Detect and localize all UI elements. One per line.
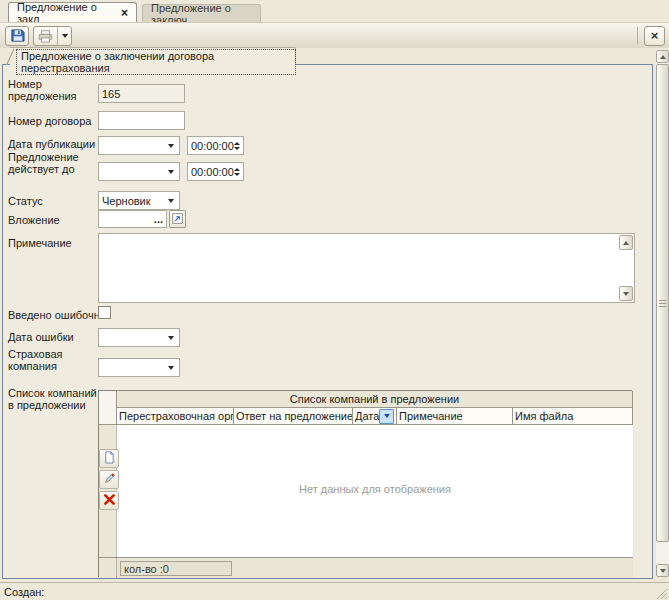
edit-pencil-icon [103, 472, 116, 487]
page-tab[interactable]: Предложение о заключении договора перест… [10, 47, 296, 65]
close-view-button[interactable]: × [644, 26, 665, 46]
print-split-button[interactable] [33, 26, 72, 46]
insurance-company-label: Страховая компания [8, 348, 78, 372]
companies-grid-label: Список компаний в предложении [8, 387, 103, 411]
edit-row-button[interactable] [99, 470, 119, 489]
grid-indicator-header-cell [99, 391, 117, 425]
spinner-down-icon[interactable] [234, 147, 240, 150]
column-header-note[interactable]: Примечание [397, 408, 513, 425]
column-header-date-label: Дата [355, 410, 379, 422]
note-scroll-down-button[interactable] [619, 286, 633, 301]
vertical-scrollbar[interactable] [656, 50, 669, 577]
valid-until-label: Предложение действует до [8, 151, 96, 175]
scrollbar-up-button[interactable] [656, 50, 669, 63]
print-menu-arrow[interactable] [57, 27, 71, 45]
status-combo[interactable]: Черновик [98, 191, 180, 210]
add-row-button[interactable] [99, 449, 119, 468]
contract-number-field[interactable] [98, 111, 185, 130]
spinner-down-icon[interactable] [234, 173, 240, 176]
chevron-down-icon[interactable] [168, 199, 174, 203]
page-tab-label: Предложение о заключении договора перест… [17, 50, 295, 74]
scroll-up-icon [623, 241, 629, 245]
delete-cross-icon [103, 493, 116, 508]
entered-in-error-label: Введено ошибочно [8, 309, 106, 321]
toolbar: × [0, 22, 669, 48]
companies-grid: Список компаний в предложении Перестрахо… [98, 390, 632, 577]
chevron-down-icon[interactable] [168, 170, 174, 174]
doc-tab-inactive[interactable]: Предложение о заключ [142, 4, 261, 22]
resize-grip-icon[interactable] [655, 587, 667, 600]
row-count-box: кол-во :0 [120, 561, 232, 576]
spinner-up-icon[interactable] [234, 142, 240, 145]
publication-date-combo[interactable] [98, 136, 180, 155]
insurance-company-combo[interactable] [98, 358, 180, 377]
scroll-down-icon [660, 569, 666, 573]
browse-ellipsis-button[interactable]: ... [154, 216, 163, 222]
grid-footer: кол-во :0 [99, 557, 633, 578]
status-text: Создан: [4, 586, 44, 598]
publication-date-label: Дата публикации [8, 138, 95, 150]
error-date-label: Дата ошибки [8, 331, 74, 343]
close-icon: × [651, 31, 659, 41]
save-icon [10, 28, 25, 45]
status-bar: Создан: [0, 582, 669, 600]
note-label: Примечание [8, 237, 72, 249]
scroll-down-icon [623, 292, 629, 296]
doc-tab-active[interactable]: Предложение о закл × [8, 2, 137, 22]
doc-tab-label: Предложение о закл [17, 1, 114, 25]
application-window: Предложение о закл × Предложение о заклю… [0, 0, 669, 600]
attachment-open-button[interactable] [169, 210, 186, 228]
attachment-label: Вложение [8, 214, 60, 226]
chevron-down-icon[interactable] [168, 366, 174, 370]
chevron-down-icon [62, 34, 68, 38]
note-textarea[interactable] [98, 233, 635, 303]
new-document-icon [103, 451, 115, 466]
spinner-up-icon[interactable] [234, 168, 240, 171]
note-scroll-up-button[interactable] [619, 235, 633, 250]
thumb-grip-icon [659, 300, 666, 307]
status-label: Статус [8, 195, 43, 207]
proposal-number-field[interactable]: 165 [98, 84, 185, 103]
open-attachment-icon [172, 213, 183, 226]
filter-arrow-icon [384, 414, 390, 418]
valid-until-time-value: 00:00:00 [191, 166, 234, 178]
document-tab-bar: Предложение о закл × Предложение о заклю… [0, 0, 669, 22]
proposal-number-value: 165 [102, 88, 120, 100]
grid-empty-text: Нет данных для отображения [117, 483, 633, 495]
valid-until-combo[interactable] [98, 162, 180, 181]
date-filter-button[interactable] [379, 409, 394, 424]
chevron-down-icon[interactable] [168, 144, 174, 148]
save-button[interactable] [5, 26, 29, 46]
footer-indicator-cell [99, 558, 117, 578]
proposal-number-label: Номер предложения [8, 78, 96, 102]
column-header-filename[interactable]: Имя файла [513, 408, 633, 425]
status-value: Черновик [102, 195, 151, 207]
column-header-reinsurer[interactable]: Перестраховочная орган [117, 408, 234, 425]
entered-in-error-checkbox[interactable] [98, 306, 111, 319]
column-header-date[interactable]: Дата [353, 408, 397, 425]
scroll-up-icon [660, 55, 666, 59]
scrollbar-thumb[interactable] [656, 64, 669, 542]
attachment-field[interactable]: ... [98, 210, 167, 228]
column-header-response[interactable]: Ответ на предложение [234, 408, 353, 425]
error-date-combo[interactable] [98, 328, 180, 347]
delete-row-button[interactable] [99, 491, 119, 510]
publication-time-spinner[interactable]: 00:00:00 [187, 136, 244, 155]
contract-number-label: Номер договора [8, 115, 91, 127]
publication-time-value: 00:00:00 [191, 140, 234, 152]
time-spinner-buttons[interactable] [234, 168, 240, 176]
print-icon[interactable] [34, 30, 57, 43]
time-spinner-buttons[interactable] [234, 142, 240, 150]
grid-group-header: Список компаний в предложении [117, 391, 633, 408]
toolbar-separator [637, 27, 638, 44]
valid-until-time-spinner[interactable]: 00:00:00 [187, 162, 244, 181]
scrollbar-down-button[interactable] [656, 564, 669, 577]
tab-close-icon[interactable]: × [121, 8, 128, 18]
chevron-down-icon[interactable] [168, 336, 174, 340]
